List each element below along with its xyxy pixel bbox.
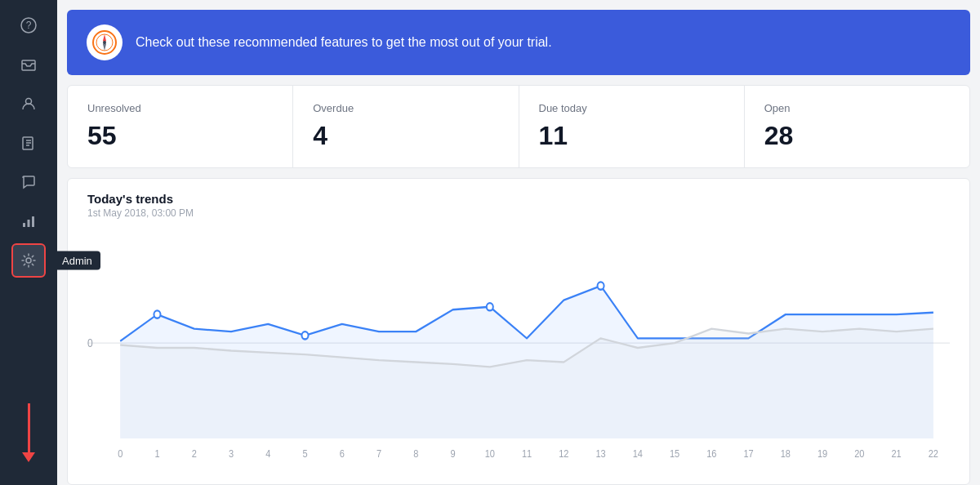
red-arrow-indicator [22,403,35,462]
stat-overdue-label: Overdue [313,102,498,114]
svg-text:4: 4 [265,448,270,461]
chart-subtitle: 1st May 2018, 03:00 PM [87,207,950,219]
admin-icon[interactable]: Admin [11,243,46,278]
svg-text:6: 6 [340,448,345,461]
svg-point-17 [598,282,604,289]
trend-chart: 0 0 1 2 3 4 5 [87,229,950,467]
stat-unresolved-value: 55 [87,121,273,151]
svg-text:19: 19 [817,448,828,461]
svg-text:?: ? [26,20,32,31]
stat-open: Open 28 [745,86,969,167]
stat-unresolved-label: Unresolved [87,102,273,114]
svg-text:7: 7 [376,448,381,461]
svg-point-14 [154,310,160,318]
svg-point-7 [26,258,31,263]
svg-text:8: 8 [413,448,418,461]
svg-text:1: 1 [154,448,159,461]
chart-title: Today's trends [87,192,950,206]
svg-rect-5 [28,220,30,227]
chart-container: 0 0 1 2 3 4 5 [87,229,950,467]
svg-text:15: 15 [670,448,680,461]
svg-text:17: 17 [743,448,754,461]
stats-row: Unresolved 55 Overdue 4 Due today 11 Ope… [67,85,970,168]
trial-banner: Check out these recommended features to … [67,10,970,75]
svg-point-16 [487,303,493,310]
svg-text:13: 13 [595,448,606,461]
main-content: Check out these recommended features to … [57,0,980,485]
svg-text:16: 16 [706,448,717,461]
svg-text:9: 9 [450,448,455,461]
help-icon[interactable]: ? [11,8,46,42]
svg-rect-2 [22,60,35,70]
svg-text:0: 0 [118,448,122,461]
reports-icon[interactable] [11,204,46,238]
svg-text:3: 3 [229,448,234,461]
svg-rect-6 [32,216,34,227]
svg-text:10: 10 [485,448,496,461]
stat-overdue: Overdue 4 [293,86,519,167]
stat-open-value: 28 [764,121,950,151]
svg-point-10 [103,41,106,44]
svg-text:12: 12 [559,448,569,461]
stat-overdue-value: 4 [313,121,498,151]
contacts-icon[interactable] [11,87,46,121]
svg-text:18: 18 [781,448,791,461]
stat-unresolved: Unresolved 55 [68,86,293,167]
admin-tooltip: Admin [54,251,100,270]
svg-text:0: 0 [87,336,93,349]
stat-open-label: Open [764,102,950,114]
svg-text:2: 2 [192,448,197,461]
sidebar: ? Admin [0,0,57,485]
svg-text:14: 14 [633,448,644,461]
banner-text: Check out these recommended features to … [136,35,552,50]
svg-text:22: 22 [929,448,939,461]
svg-point-15 [301,331,308,339]
chart-section: Today's trends 1st May 2018, 03:00 PM 0 [67,178,970,485]
stat-due-today-value: 11 [539,121,724,151]
stat-due-today: Due today 11 [519,86,745,167]
chat-icon[interactable] [11,165,46,199]
svg-text:20: 20 [854,448,865,461]
svg-text:5: 5 [302,448,307,461]
inbox-icon[interactable] [11,47,46,82]
svg-text:21: 21 [891,448,902,461]
compass-icon [87,24,122,60]
svg-text:11: 11 [522,448,532,461]
book-icon[interactable] [11,126,46,160]
stat-due-today-label: Due today [539,102,724,114]
svg-rect-4 [23,223,25,227]
